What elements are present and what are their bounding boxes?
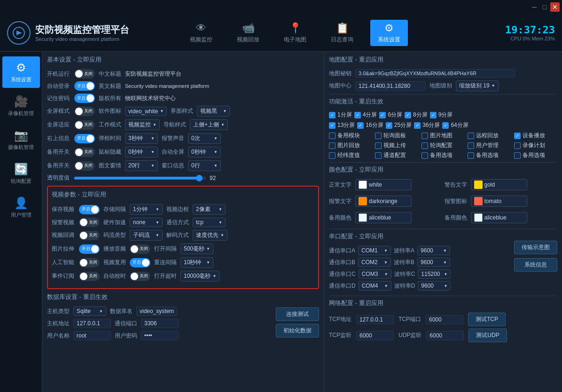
navstyle-select[interactable]: 上侧+上侧 (190, 119, 228, 130)
warning-icon-color-field[interactable]: tomato (471, 196, 527, 207)
spare-color2-field[interactable]: aliceblue (471, 212, 527, 223)
hosttype-select[interactable]: Sqlite (73, 306, 106, 316)
sidebar-item-system[interactable]: ⚙ 系统设置 (2, 56, 40, 88)
feat-spare3-box[interactable] (514, 152, 521, 159)
storageinterval-select[interactable]: 1分钟 (130, 204, 163, 215)
baudD-select[interactable]: 9600 (418, 281, 451, 290)
maplevel-select[interactable]: 缩放级别 19 (456, 80, 499, 91)
spare2-toggle[interactable]: 关闭 (74, 161, 95, 171)
streamtype-select[interactable]: 子码流 (130, 230, 163, 241)
baudB-select[interactable]: 9600 (417, 258, 450, 267)
host-field[interactable]: 127.0.0.1 (73, 319, 111, 328)
autoclock-toggle[interactable]: 关闭 (130, 272, 150, 281)
check-8-box[interactable] (405, 112, 411, 118)
close-button[interactable]: ✕ (550, 2, 560, 12)
nav-item-monitor[interactable]: 👁 视频监控 (182, 20, 220, 46)
feat-channel-config-box[interactable] (375, 152, 382, 159)
sysinfo-btn[interactable]: 系统信息 (514, 258, 557, 272)
videomux-toggle[interactable]: 开启 (130, 258, 150, 267)
stretch-toggle[interactable]: 开启 (79, 244, 100, 254)
portA-select[interactable]: COM1 (358, 246, 391, 255)
videoborder-select[interactable]: 2像素 (193, 204, 226, 215)
nav-item-map[interactable]: 📍 电子地图 (276, 20, 314, 46)
alarmsound-select[interactable]: 0次 (188, 133, 221, 144)
textwin-select[interactable]: 20行 (125, 160, 158, 171)
opentimeout-select[interactable]: 10000毫秒 (180, 271, 219, 282)
decodetype-select[interactable]: 速度优先 (193, 230, 227, 241)
tcp-listen-field[interactable]: 6000 (356, 331, 394, 340)
connect-test-btn[interactable]: 连接测试 (276, 307, 319, 321)
playaudio-toggle[interactable]: 关闭 (130, 244, 150, 254)
check-6-box[interactable] (379, 112, 386, 118)
feat-photo-map-box[interactable] (422, 133, 428, 139)
fullscreen-toggle[interactable]: 关闭 (74, 107, 95, 116)
init-data-btn[interactable]: 初始化数据 (276, 324, 319, 337)
openinterval-select[interactable]: 500毫秒 (180, 243, 213, 254)
feat-patrol-config-box[interactable] (422, 142, 428, 149)
feat-user-mgmt-box[interactable] (468, 142, 474, 149)
feat-spare2-box[interactable] (468, 152, 474, 159)
tcp-port-field[interactable]: 6000 (426, 315, 463, 324)
boot-toggle[interactable]: 关闭 (74, 69, 95, 78)
feat-photo-playback-box[interactable] (329, 142, 336, 149)
check-13-box[interactable] (329, 122, 336, 129)
slider-thumb[interactable] (196, 175, 203, 181)
mapcenter-field[interactable]: 121.41400,31.18280 (355, 81, 426, 91)
feat-spare-module-box[interactable] (329, 133, 336, 139)
event-toggle[interactable]: 关闭 (79, 272, 100, 281)
nav-item-log[interactable]: 📋 日志查询 (323, 20, 361, 46)
alarm-text-color-field[interactable]: gold (471, 179, 527, 190)
check-4-box[interactable] (354, 112, 361, 118)
wininfo-select[interactable]: 0行 (188, 160, 221, 171)
sidebar-item-camera[interactable]: 📷 摄像机管理 (2, 124, 40, 156)
feat-coords-box[interactable] (329, 152, 336, 159)
uistyle-select[interactable]: 视频黑 (197, 106, 230, 117)
transfer-diagram-btn[interactable]: 传输示意图 (514, 241, 557, 254)
portC-select[interactable]: COM3 (359, 269, 391, 279)
portD-select[interactable]: COM4 (359, 281, 391, 290)
test-udp-btn[interactable]: 测试UDP (468, 329, 507, 342)
test-tcp-btn[interactable]: 测试TCP (468, 313, 506, 326)
tcp-addr-field[interactable]: 127.0.0.1 (356, 315, 394, 324)
check-25-box[interactable] (386, 122, 392, 129)
ai-toggle[interactable]: 关闭 (79, 258, 100, 267)
nav-item-playback[interactable]: 📹 视频回放 (229, 20, 267, 46)
spare-color1-field[interactable]: aliceblue (355, 212, 412, 223)
user-field[interactable]: root (73, 331, 111, 340)
baudC-select[interactable]: 115200 (418, 269, 451, 279)
baudA-select[interactable]: 9600 (417, 246, 450, 255)
maximize-button[interactable]: □ (540, 2, 549, 12)
savevideo-toggle[interactable]: 开启 (79, 205, 100, 214)
check-16-box[interactable] (357, 122, 364, 129)
sidebar-item-recorder[interactable]: 🎥 录像机管理 (2, 90, 40, 122)
nav-item-settings[interactable]: ⚙ 系统设置 (370, 20, 408, 46)
sidebar-item-users[interactable]: 👤 用户管理 (2, 192, 40, 223)
port-field[interactable]: 3306 (141, 319, 179, 328)
commtype-select[interactable]: tcp (193, 218, 226, 227)
feat-record-plan-box[interactable] (514, 142, 521, 149)
feat-device-play-box[interactable] (514, 133, 521, 139)
hwaccel-select[interactable]: none (130, 218, 163, 227)
minimize-button[interactable]: ─ (530, 2, 539, 12)
check-9-box[interactable] (430, 112, 437, 118)
workmode-select[interactable]: 视频监控 (125, 119, 160, 130)
check-1-box[interactable] (329, 112, 336, 118)
check-64-box[interactable] (442, 122, 449, 129)
reconnect-select[interactable]: 10秒钟 (180, 257, 213, 268)
feat-video-upload-box[interactable] (375, 142, 382, 149)
feat-spare1-box[interactable] (422, 152, 428, 159)
mousehide-select[interactable]: 0秒钟 (125, 147, 158, 157)
feat-remote-playback-box[interactable] (468, 133, 474, 139)
check-36-box[interactable] (414, 122, 421, 129)
transparency-slider[interactable] (74, 177, 206, 180)
sidebar-item-config[interactable]: 🔄 轮询配置 (2, 158, 40, 189)
fullfit-toggle[interactable]: 关闭 (74, 120, 95, 130)
normal-text-color-field[interactable]: white (355, 179, 412, 190)
spare1-toggle[interactable]: 关闭 (74, 148, 95, 157)
softicon-select[interactable]: video_white (125, 107, 167, 116)
videocb-toggle[interactable]: 关闭 (79, 231, 100, 240)
feat-patrol-panel-box[interactable] (375, 133, 382, 139)
topright-toggle[interactable]: 开启 (74, 134, 95, 143)
poptime-select[interactable]: 3秒钟 (125, 133, 158, 144)
alarmvideo-toggle[interactable]: 关闭 (79, 218, 100, 227)
